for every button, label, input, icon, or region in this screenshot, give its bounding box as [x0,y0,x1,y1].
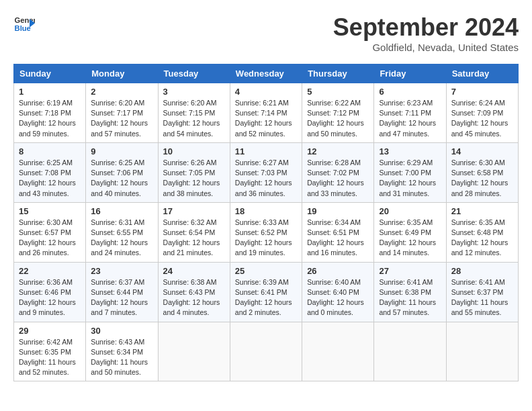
calendar-cell [158,322,230,381]
day-number: 11 [235,146,297,156]
day-detail: Sunrise: 6:20 AM Sunset: 7:15 PM Dayligh… [163,98,225,139]
day-number: 24 [163,266,225,276]
day-detail: Sunrise: 6:43 AM Sunset: 6:34 PM Dayligh… [91,337,152,378]
calendar-cell: 9Sunrise: 6:25 AM Sunset: 7:06 PM Daylig… [86,142,158,202]
weekday-header-monday: Monday [86,64,158,83]
calendar-cell: 13Sunrise: 6:29 AM Sunset: 7:00 PM Dayli… [374,142,446,202]
day-detail: Sunrise: 6:31 AM Sunset: 6:55 PM Dayligh… [91,218,152,259]
day-detail: Sunrise: 6:27 AM Sunset: 7:03 PM Dayligh… [235,158,297,199]
day-detail: Sunrise: 6:32 AM Sunset: 6:54 PM Dayligh… [163,218,225,259]
calendar-cell: 1Sunrise: 6:19 AM Sunset: 7:18 PM Daylig… [14,83,86,143]
day-number: 25 [235,266,297,276]
day-number: 14 [451,146,513,156]
day-detail: Sunrise: 6:36 AM Sunset: 6:46 PM Dayligh… [19,277,81,318]
day-number: 21 [451,206,513,216]
day-detail: Sunrise: 6:35 AM Sunset: 6:49 PM Dayligh… [379,218,441,259]
day-detail: Sunrise: 6:29 AM Sunset: 7:00 PM Dayligh… [379,158,441,199]
day-number: 4 [235,87,297,97]
calendar-cell: 4Sunrise: 6:21 AM Sunset: 7:14 PM Daylig… [230,83,302,143]
day-detail: Sunrise: 6:20 AM Sunset: 7:17 PM Dayligh… [91,98,152,139]
calendar-week-4: 22Sunrise: 6:36 AM Sunset: 6:46 PM Dayli… [14,262,519,322]
day-detail: Sunrise: 6:41 AM Sunset: 6:37 PM Dayligh… [451,277,513,318]
calendar-cell [230,322,302,381]
day-detail: Sunrise: 6:21 AM Sunset: 7:14 PM Dayligh… [235,98,297,139]
day-number: 19 [307,206,369,216]
day-number: 2 [91,87,152,97]
day-detail: Sunrise: 6:25 AM Sunset: 7:08 PM Dayligh… [19,158,81,199]
day-number: 15 [19,206,81,216]
weekday-header-wednesday: Wednesday [230,64,302,83]
calendar-cell: 7Sunrise: 6:24 AM Sunset: 7:09 PM Daylig… [446,83,518,143]
day-number: 22 [19,266,81,276]
day-detail: Sunrise: 6:24 AM Sunset: 7:09 PM Dayligh… [451,98,513,139]
day-detail: Sunrise: 6:19 AM Sunset: 7:18 PM Dayligh… [19,98,81,139]
calendar-cell: 5Sunrise: 6:22 AM Sunset: 7:12 PM Daylig… [302,83,374,143]
calendar-cell [302,322,374,381]
calendar-cell: 27Sunrise: 6:41 AM Sunset: 6:38 PM Dayli… [374,262,446,322]
day-number: 17 [163,206,225,216]
day-detail: Sunrise: 6:37 AM Sunset: 6:44 PM Dayligh… [91,277,152,318]
calendar-cell: 16Sunrise: 6:31 AM Sunset: 6:55 PM Dayli… [86,202,158,262]
calendar-cell: 24Sunrise: 6:38 AM Sunset: 6:43 PM Dayli… [158,262,230,322]
calendar-cell: 28Sunrise: 6:41 AM Sunset: 6:37 PM Dayli… [446,262,518,322]
day-number: 5 [307,87,369,97]
month-title: September 2024 [333,13,519,42]
logo: General Blue [13,13,35,35]
day-number: 9 [91,146,152,156]
calendar-cell: 11Sunrise: 6:27 AM Sunset: 7:03 PM Dayli… [230,142,302,202]
day-detail: Sunrise: 6:30 AM Sunset: 6:57 PM Dayligh… [19,218,81,259]
day-number: 26 [307,266,369,276]
day-number: 27 [379,266,441,276]
day-number: 7 [451,87,513,97]
calendar-week-3: 15Sunrise: 6:30 AM Sunset: 6:57 PM Dayli… [14,202,519,262]
calendar-cell: 29Sunrise: 6:42 AM Sunset: 6:35 PM Dayli… [14,322,86,381]
calendar-cell: 18Sunrise: 6:33 AM Sunset: 6:52 PM Dayli… [230,202,302,262]
calendar-cell: 8Sunrise: 6:25 AM Sunset: 7:08 PM Daylig… [14,142,86,202]
calendar-cell: 19Sunrise: 6:34 AM Sunset: 6:51 PM Dayli… [302,202,374,262]
calendar-cell: 21Sunrise: 6:35 AM Sunset: 6:48 PM Dayli… [446,202,518,262]
svg-text:Blue: Blue [15,24,31,32]
day-number: 20 [379,206,441,216]
calendar-week-5: 29Sunrise: 6:42 AM Sunset: 6:35 PM Dayli… [14,322,519,381]
day-number: 6 [379,87,441,97]
calendar-cell: 17Sunrise: 6:32 AM Sunset: 6:54 PM Dayli… [158,202,230,262]
calendar: SundayMondayTuesdayWednesdayThursdayFrid… [13,64,519,381]
day-detail: Sunrise: 6:30 AM Sunset: 6:58 PM Dayligh… [451,158,513,199]
calendar-cell: 3Sunrise: 6:20 AM Sunset: 7:15 PM Daylig… [158,83,230,143]
calendar-cell: 6Sunrise: 6:23 AM Sunset: 7:11 PM Daylig… [374,83,446,143]
calendar-cell: 30Sunrise: 6:43 AM Sunset: 6:34 PM Dayli… [86,322,158,381]
day-number: 12 [307,146,369,156]
calendar-cell: 23Sunrise: 6:37 AM Sunset: 6:44 PM Dayli… [86,262,158,322]
day-number: 13 [379,146,441,156]
day-number: 1 [19,87,81,97]
day-number: 29 [19,326,81,336]
day-detail: Sunrise: 6:33 AM Sunset: 6:52 PM Dayligh… [235,218,297,259]
logo-icon: General Blue [13,13,35,35]
calendar-cell: 10Sunrise: 6:26 AM Sunset: 7:05 PM Dayli… [158,142,230,202]
day-number: 23 [91,266,152,276]
calendar-cell: 26Sunrise: 6:40 AM Sunset: 6:40 PM Dayli… [302,262,374,322]
calendar-cell: 2Sunrise: 6:20 AM Sunset: 7:17 PM Daylig… [86,83,158,143]
calendar-cell: 25Sunrise: 6:39 AM Sunset: 6:41 PM Dayli… [230,262,302,322]
calendar-week-1: 1Sunrise: 6:19 AM Sunset: 7:18 PM Daylig… [14,83,519,143]
day-number: 10 [163,146,225,156]
day-number: 30 [91,326,152,336]
calendar-cell: 14Sunrise: 6:30 AM Sunset: 6:58 PM Dayli… [446,142,518,202]
calendar-cell: 22Sunrise: 6:36 AM Sunset: 6:46 PM Dayli… [14,262,86,322]
day-detail: Sunrise: 6:23 AM Sunset: 7:11 PM Dayligh… [379,98,441,139]
day-detail: Sunrise: 6:22 AM Sunset: 7:12 PM Dayligh… [307,98,369,139]
calendar-cell: 15Sunrise: 6:30 AM Sunset: 6:57 PM Dayli… [14,202,86,262]
day-detail: Sunrise: 6:38 AM Sunset: 6:43 PM Dayligh… [163,277,225,318]
day-detail: Sunrise: 6:25 AM Sunset: 7:06 PM Dayligh… [91,158,152,199]
day-detail: Sunrise: 6:34 AM Sunset: 6:51 PM Dayligh… [307,218,369,259]
day-detail: Sunrise: 6:41 AM Sunset: 6:38 PM Dayligh… [379,277,441,318]
day-detail: Sunrise: 6:40 AM Sunset: 6:40 PM Dayligh… [307,277,369,318]
location-title: Goldfield, Nevada, United States [333,42,519,53]
day-number: 28 [451,266,513,276]
day-detail: Sunrise: 6:39 AM Sunset: 6:41 PM Dayligh… [235,277,297,318]
calendar-cell: 20Sunrise: 6:35 AM Sunset: 6:49 PM Dayli… [374,202,446,262]
day-number: 18 [235,206,297,216]
day-number: 16 [91,206,152,216]
title-block: September 2024 Goldfield, Nevada, United… [333,13,519,53]
day-detail: Sunrise: 6:42 AM Sunset: 6:35 PM Dayligh… [19,337,81,378]
